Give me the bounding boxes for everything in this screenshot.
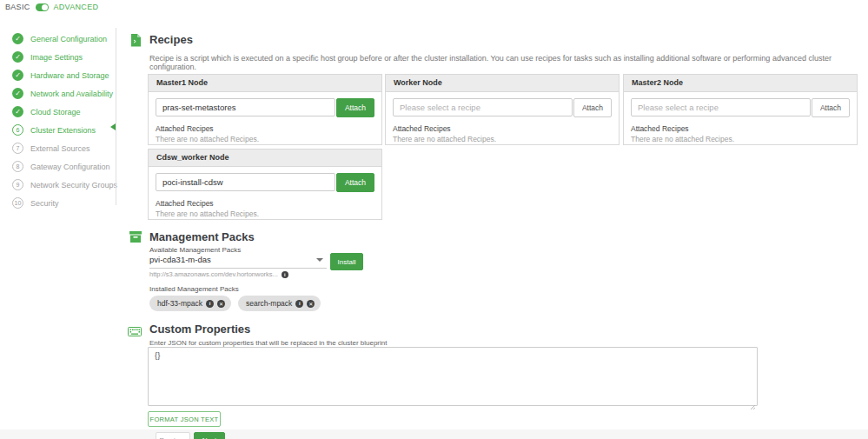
custom-properties-json-input[interactable]	[148, 347, 758, 406]
recipes-section-title: Recipes	[149, 33, 193, 46]
installed-packs-label: Installed Management Packs	[149, 285, 239, 293]
info-icon[interactable]: i	[206, 300, 214, 308]
attach-recipe-button[interactable]: Attach	[812, 98, 850, 117]
sidebar-item-label: Network and Availability	[30, 90, 113, 98]
attach-recipe-button[interactable]: Attach	[336, 98, 374, 117]
check-icon: ✓	[12, 33, 23, 44]
no-attached-recipes-text: There are no attached Recipes.	[156, 210, 374, 218]
node-card-title: Cdsw_worker Node	[149, 150, 381, 167]
no-attached-recipes-text: There are no attached Recipes.	[156, 135, 374, 143]
keyboard-icon	[128, 324, 142, 340]
pack-url-text: http://s3.amazonaws.com/dev.hortonworks.…	[149, 270, 278, 278]
basic-mode-label: BASIC	[5, 3, 30, 11]
step-number-icon: 10	[12, 197, 23, 209]
custom-properties-section-title: Custom Properties	[149, 323, 250, 336]
attach-recipe-button[interactable]: Attach	[573, 98, 612, 117]
step-number-icon: 8	[12, 161, 23, 172]
toggle-knob-icon	[42, 4, 48, 10]
info-icon[interactable]: i	[295, 300, 303, 308]
recipe-select-input[interactable]	[156, 98, 335, 116]
recipe-select-input[interactable]	[393, 98, 573, 116]
recipe-select-input[interactable]	[156, 173, 335, 191]
sidebar-item-label: Network Security Groups	[30, 181, 117, 190]
check-icon: ✓	[12, 51, 23, 63]
cluster-wizard-page: BASIC ADVANCED ✓ General Configuration ✓…	[0, 0, 868, 439]
mpack-chip: hdf-33-mpack i ✕	[149, 296, 231, 311]
check-icon: ✓	[12, 70, 23, 81]
sidebar-item-network-and-availability[interactable]: ✓ Network and Availability	[12, 84, 117, 103]
sidebar-item-cluster-extensions[interactable]: 6 Cluster Extensions	[12, 121, 117, 139]
sidebar-divider	[116, 28, 116, 205]
attached-recipes-label: Attached Recipes	[156, 124, 374, 133]
sidebar-item-label: General Configuration	[30, 35, 107, 43]
attach-recipe-button[interactable]: Attach	[336, 173, 374, 192]
mpack-chip: search-mpack i ✕	[238, 296, 321, 311]
recipe-card-master2: Master2 Node Attach Attached Recipes The…	[623, 74, 858, 145]
check-icon: ✓	[12, 106, 23, 117]
node-card-title: Master1 Node	[149, 75, 381, 92]
recipe-card-worker: Worker Node Attach Attached Recipes Ther…	[385, 74, 620, 145]
no-attached-recipes-text: There are no attached Recipes.	[393, 135, 612, 143]
mpack-chip-label: search-mpack	[246, 299, 292, 308]
mpack-chip-label: hdf-33-mpack	[157, 299, 202, 308]
step-number-icon: 6	[12, 124, 23, 136]
recipe-card-master1: Master1 Node Attach Attached Recipes The…	[148, 74, 382, 145]
footer-strip	[0, 429, 868, 439]
node-card-title: Worker Node	[386, 75, 619, 92]
available-packs-select[interactable]: pvi-cda31-m-das	[149, 255, 327, 269]
sidebar-item-network-security-groups[interactable]: 9 Network Security Groups	[12, 176, 117, 194]
check-icon: ✓	[12, 88, 23, 99]
attached-recipes-label: Attached Recipes	[156, 199, 374, 208]
management-packs-section-title: Management Packs	[149, 230, 255, 243]
recipe-select-input[interactable]	[631, 98, 811, 116]
step-number-icon: 9	[12, 179, 23, 190]
close-icon[interactable]: ✕	[217, 300, 225, 308]
active-step-arrow-icon	[110, 123, 116, 130]
sidebar-item-cloud-storage[interactable]: ✓ Cloud Storage	[12, 103, 117, 121]
installed-packs-chips: hdf-33-mpack i ✕ search-mpack i ✕	[149, 296, 321, 311]
next-step-button[interactable]: Next	[194, 432, 225, 439]
custom-properties-description: Enter JSON for custom properties that wi…	[149, 339, 387, 347]
previous-step-button[interactable]: Previous	[156, 432, 190, 439]
pack-url-row: http://s3.amazonaws.com/dev.hortonworks.…	[149, 270, 288, 278]
sidebar-item-label: Security	[30, 199, 59, 208]
sidebar-item-label: External Sources	[30, 144, 90, 153]
close-icon[interactable]: ✕	[307, 300, 315, 308]
info-icon[interactable]: i	[282, 271, 288, 278]
attached-recipes-label: Attached Recipes	[393, 124, 612, 133]
sidebar-item-security[interactable]: 10 Security	[12, 194, 117, 212]
attached-recipes-label: Attached Recipes	[631, 124, 850, 133]
sidebar-item-general-configuration[interactable]: ✓ General Configuration	[12, 30, 117, 48]
advanced-mode-toggle[interactable]	[36, 3, 49, 11]
format-json-button[interactable]: FORMAT JSON TEXT	[148, 411, 221, 427]
recipes-section-description: Recipe is a script which is executed on …	[149, 54, 845, 71]
available-packs-label: Available Management Packs	[149, 246, 241, 254]
sidebar-item-image-settings[interactable]: ✓ Image Settings	[12, 48, 117, 66]
package-box-icon	[129, 230, 142, 246]
wizard-steps-sidebar: ✓ General Configuration ✓ Image Settings…	[12, 30, 117, 212]
selected-pack-value: pvi-cda31-m-das	[149, 255, 211, 264]
sidebar-item-label: Gateway Configuration	[30, 163, 110, 171]
no-attached-recipes-text: There are no attached Recipes.	[631, 135, 850, 143]
sidebar-item-label: Cluster Extensions	[30, 126, 96, 135]
sidebar-item-label: Image Settings	[30, 53, 83, 62]
sidebar-item-label: Hardware and Storage	[30, 71, 109, 80]
mode-toggle-bar: BASIC ADVANCED	[5, 3, 98, 11]
recipe-card-cdsw-worker: Cdsw_worker Node Attach Attached Recipes…	[148, 149, 382, 220]
sidebar-item-gateway-configuration[interactable]: 8 Gateway Configuration	[12, 157, 117, 176]
sidebar-item-hardware-and-storage[interactable]: ✓ Hardware and Storage	[12, 66, 117, 84]
sidebar-item-external-sources[interactable]: 7 External Sources	[12, 139, 117, 157]
chevron-down-icon	[316, 258, 323, 262]
advanced-mode-label: ADVANCED	[54, 3, 99, 11]
recipe-file-icon	[130, 34, 142, 50]
sidebar-item-label: Cloud Storage	[30, 108, 81, 116]
node-card-title: Master2 Node	[624, 75, 857, 92]
step-number-icon: 7	[12, 143, 23, 154]
install-mpack-button[interactable]: Install	[330, 253, 363, 270]
